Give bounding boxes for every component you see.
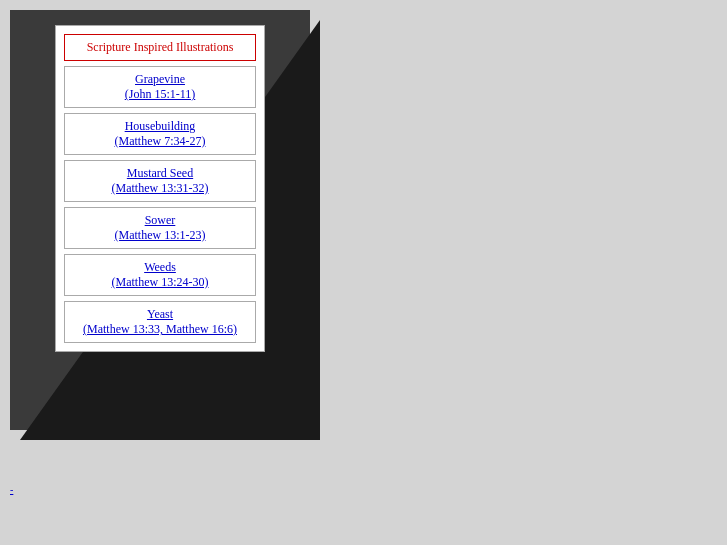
grapevine-line2: (John 15:1-11)	[125, 87, 196, 101]
footer-link[interactable]: -	[10, 484, 13, 495]
housebuilding-line2: (Matthew 7:34-27)	[115, 134, 206, 148]
menu-title: Scripture Inspired Illustrations	[64, 34, 256, 61]
menu-item-mustard-seed[interactable]: Mustard Seed (Matthew 13:31-32)	[64, 160, 256, 202]
yeast-line1: Yeast	[147, 307, 173, 321]
yeast-line2: (Matthew 13:33, Matthew 16:6)	[83, 322, 237, 336]
mustard-seed-line1: Mustard Seed	[127, 166, 193, 180]
menu-item-grapevine[interactable]: Grapevine (John 15:1-11)	[64, 66, 256, 108]
menu-item-yeast[interactable]: Yeast (Matthew 13:33, Matthew 16:6)	[64, 301, 256, 343]
sower-line2: (Matthew 13:1-23)	[115, 228, 206, 242]
mustard-seed-line2: (Matthew 13:31-32)	[112, 181, 209, 195]
sower-line1: Sower	[145, 213, 176, 227]
menu-container: Scripture Inspired Illustrations Grapevi…	[55, 25, 265, 352]
menu-item-housebuilding[interactable]: Housebuilding (Matthew 7:34-27)	[64, 113, 256, 155]
weeds-line2: (Matthew 13:24-30)	[112, 275, 209, 289]
weeds-line1: Weeds	[144, 260, 176, 274]
housebuilding-line1: Housebuilding	[125, 119, 196, 133]
grapevine-line1: Grapevine	[135, 72, 185, 86]
menu-item-sower[interactable]: Sower (Matthew 13:1-23)	[64, 207, 256, 249]
menu-item-weeds[interactable]: Weeds (Matthew 13:24-30)	[64, 254, 256, 296]
